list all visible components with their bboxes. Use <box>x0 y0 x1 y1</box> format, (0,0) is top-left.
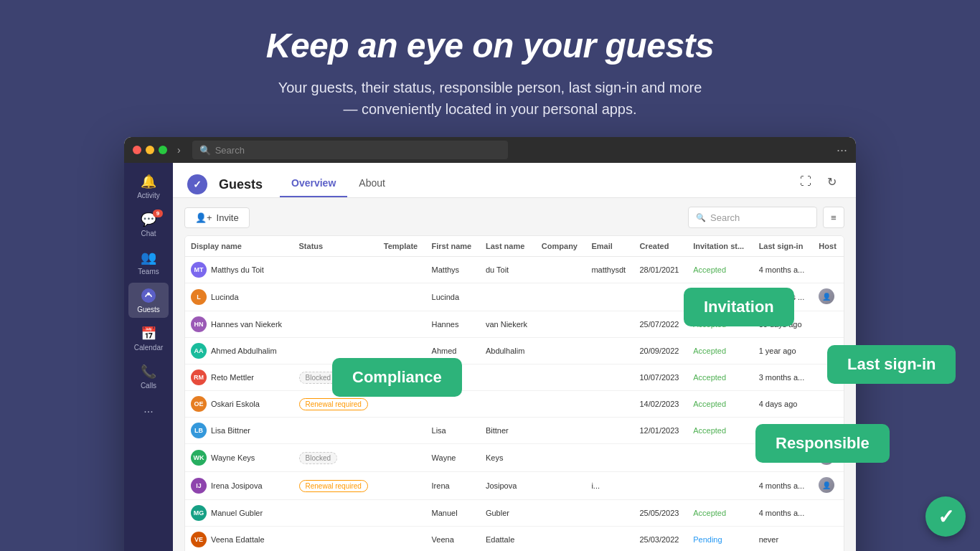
filter-button[interactable]: ≡ <box>823 207 844 228</box>
cell-display-name: MT Matthys du Toit <box>185 257 293 283</box>
cell-display-name: MG Manuel Gubler <box>185 500 293 527</box>
display-name-text: Wayne Keys <box>211 453 255 462</box>
cell-host <box>813 364 844 391</box>
cell-created: 14/02/2023 <box>633 391 687 418</box>
cell-email <box>585 283 633 311</box>
invite-button[interactable]: 👤+ Invite <box>184 207 250 228</box>
row-avatar: L <box>191 289 207 305</box>
col-company[interactable]: Company <box>536 236 586 257</box>
search-bar[interactable]: 🔍 Search <box>192 141 508 159</box>
col-first-name[interactable]: First name <box>426 236 480 257</box>
maximize-dot[interactable] <box>159 146 167 154</box>
svg-point-0 <box>141 288 156 303</box>
cell-template <box>378 257 426 283</box>
cell-created: 25/05/2023 <box>633 500 687 527</box>
sidebar-item-activity[interactable]: 🔔 Activity <box>128 169 169 204</box>
sidebar-more[interactable]: ··· <box>138 400 159 424</box>
cell-company <box>536 338 586 364</box>
table-row[interactable]: MG Manuel Gubler Manuel Gubler 25/05/202… <box>185 500 844 527</box>
cell-created: 28/01/2021 <box>633 257 687 283</box>
col-display-name[interactable]: Display name <box>185 236 293 257</box>
cell-first-name: Veena <box>426 527 480 552</box>
cell-invitation <box>687 472 753 500</box>
cell-company <box>536 391 586 418</box>
cell-last-name: van Niekerk <box>480 311 536 338</box>
app-body: 🔔 Activity 💬 Chat 9 👥 Teams <box>124 163 856 551</box>
invitation-status: Accepted <box>693 373 726 382</box>
expand-button[interactable]: ⛶ <box>796 171 816 192</box>
sidebar-item-apps[interactable]: ⊞ Apps <box>128 547 169 551</box>
cell-first-name: Manuel <box>426 500 480 527</box>
host-avatar: 👤 <box>819 477 834 493</box>
top-nav-actions: ⛶ ↻ <box>796 171 842 197</box>
table-row[interactable]: AA Ahmed Abdulhalim Ahmed Abdulhalim 20/… <box>185 338 844 364</box>
cell-last-signin: 4 months a... <box>753 472 814 500</box>
table-row[interactable]: OE Oskari Eskola Renewal required 14/02/… <box>185 391 844 418</box>
table-row[interactable]: VE Veena Edattale Veena Edattale 25/03/2… <box>185 527 844 552</box>
top-nav: Guests Overview About ⛶ ↻ <box>173 163 856 198</box>
col-host[interactable]: Host <box>813 236 844 257</box>
col-last-signin[interactable]: Last sign-in <box>753 236 814 257</box>
sidebar-item-calls[interactable]: 📞 Calls <box>128 359 169 394</box>
col-invitation[interactable]: Invitation st... <box>687 236 753 257</box>
table-row[interactable]: MT Matthys du Toit Matthys du Toit matth… <box>185 257 844 283</box>
cell-company <box>536 527 586 552</box>
search-placeholder-table: Search <box>710 212 740 223</box>
sidebar-item-calendar[interactable]: 📅 Calendar <box>128 321 169 356</box>
cell-status <box>293 527 378 552</box>
sidebar-item-guests[interactable]: Guests <box>128 283 169 318</box>
sidebar-item-chat[interactable]: 💬 Chat 9 <box>128 207 169 242</box>
cell-display-name: L Lucinda <box>185 283 293 311</box>
col-created[interactable]: Created <box>633 236 687 257</box>
row-avatar: LB <box>191 423 207 438</box>
col-last-name[interactable]: Last name <box>480 236 536 257</box>
minimize-dot[interactable] <box>146 146 154 154</box>
display-name-text: Reto Mettler <box>211 373 254 382</box>
table-row[interactable]: RM Reto Mettler Blocked 10/07/2023 Accep… <box>185 364 844 391</box>
cell-last-name: Edattale <box>480 527 536 552</box>
invitation-status: Accepted <box>693 400 726 408</box>
nav-tabs: Overview About <box>280 171 397 197</box>
cell-company <box>536 418 586 444</box>
cell-host: 👤 <box>813 283 844 311</box>
row-avatar: AA <box>191 343 207 359</box>
close-dot[interactable] <box>133 146 141 154</box>
cell-last-signin: never <box>753 444 814 472</box>
sidebar-item-teams[interactable]: 👥 Teams <box>128 245 169 280</box>
invitation-status: Accepted <box>693 426 726 435</box>
col-email[interactable]: Email <box>585 236 633 257</box>
table-header-row: Display name Status Template First name … <box>185 236 844 257</box>
table-row[interactable]: WK Wayne Keys Blocked Wayne Keys never 👤 <box>185 444 844 472</box>
row-avatar: IJ <box>191 478 207 494</box>
cell-invitation: Accepted <box>687 364 753 391</box>
refresh-button[interactable]: ↻ <box>821 171 842 192</box>
cell-template <box>378 338 426 364</box>
cell-first-name <box>426 391 480 418</box>
tab-overview[interactable]: Overview <box>280 171 347 197</box>
table-row[interactable]: LB Lisa Bittner Lisa Bittner 12/01/2023 … <box>185 418 844 444</box>
nav-arrow[interactable]: › <box>171 141 187 159</box>
cell-last-signin: 3 months a... <box>753 364 814 391</box>
table-search-input[interactable]: 🔍 Search <box>688 207 817 228</box>
cell-host <box>813 527 844 552</box>
cell-invitation: Accepted <box>687 311 753 338</box>
cell-template <box>378 311 426 338</box>
watermark-checkmark: ✓ <box>925 496 966 537</box>
col-status[interactable]: Status <box>293 236 378 257</box>
chat-badge: 9 <box>153 209 163 217</box>
main-panel: Guests Overview About ⛶ ↻ 👤+ <box>173 163 856 551</box>
table-row[interactable]: L Lucinda Lucinda Accepted 11 months ...… <box>185 283 844 311</box>
more-icon[interactable]: ··· <box>837 143 847 158</box>
row-avatar: WK <box>191 450 207 466</box>
cell-template <box>378 472 426 500</box>
cell-invitation <box>687 444 753 472</box>
display-name-text: Oskari Eskola <box>211 400 260 408</box>
table-row[interactable]: HN Hannes van Niekerk Hannes van Niekerk… <box>185 311 844 338</box>
tab-about[interactable]: About <box>347 171 397 197</box>
table-row[interactable]: IJ Irena Josipova Renewal required Irena… <box>185 472 844 500</box>
col-template[interactable]: Template <box>378 236 426 257</box>
activity-label: Activity <box>137 192 160 199</box>
row-avatar: HN <box>191 316 207 332</box>
cell-email <box>585 527 633 552</box>
title-bar-center: › 🔍 Search ··· <box>171 141 847 159</box>
